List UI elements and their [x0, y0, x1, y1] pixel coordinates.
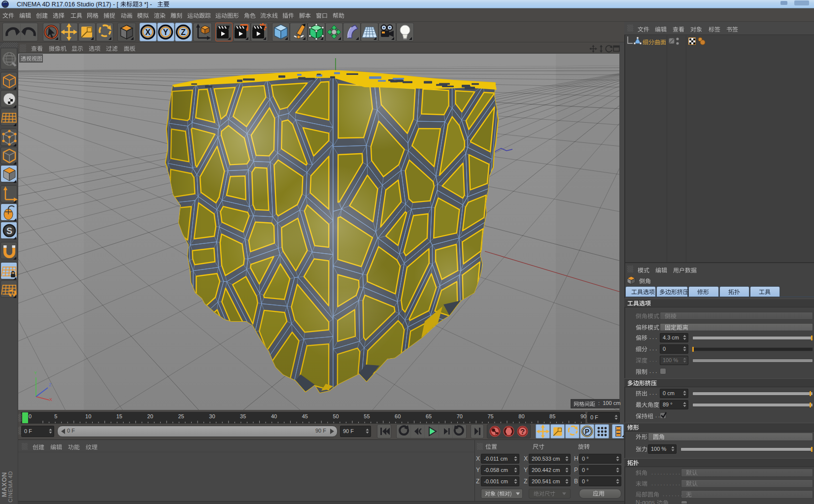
svg-text:S: S [6, 226, 12, 236]
svg-text:P: P [585, 428, 589, 436]
svg-text:?: ? [520, 427, 525, 436]
